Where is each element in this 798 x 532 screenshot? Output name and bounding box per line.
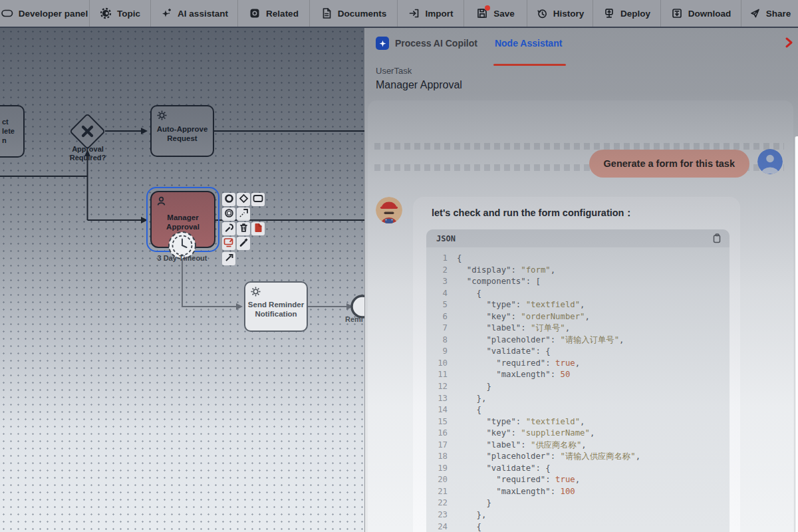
toolbar-button-label: Save [493, 9, 515, 19]
code-text: "key": "orderNumber", [457, 311, 590, 323]
topic-button[interactable]: Topic [90, 0, 151, 27]
save-icon [476, 7, 488, 19]
collapse-panel-chevron-icon[interactable] [785, 37, 793, 51]
code-text: { [457, 404, 481, 416]
code-line: 17 "label": "供应商名称", [426, 440, 730, 452]
tab-label: Process AI Copilot [395, 38, 477, 49]
task-label: Auto-Approve Request [152, 124, 213, 143]
task-label: Manager Approval [152, 213, 214, 231]
append-end-event-pad-button[interactable] [222, 193, 235, 206]
history-icon [536, 7, 548, 19]
import-button[interactable]: Import [398, 0, 464, 27]
line-number: 8 [426, 334, 448, 346]
download-button[interactable]: Download [661, 0, 741, 27]
bpmn-canvas[interactable]: ct lete n Approval Required? Auto-Appro [0, 28, 364, 532]
tab-process-ai-copilot[interactable]: Process AI Copilot [376, 37, 477, 53]
line-number: 6 [426, 311, 448, 323]
toolbar-button-label: Documents [338, 9, 387, 19]
code-text: "required": true, [457, 358, 580, 370]
save-button[interactable]: Save [464, 0, 527, 27]
toolbar-button-label: Topic [117, 9, 140, 19]
document-icon [321, 7, 332, 19]
toolbar-button-label: History [553, 9, 585, 19]
code-line: 1{ [426, 253, 730, 265]
line-number: 9 [426, 346, 448, 358]
code-text: }, [457, 393, 486, 405]
code-text: } [457, 381, 491, 393]
line-number: 22 [426, 497, 448, 509]
documents-button[interactable]: Documents [310, 0, 398, 27]
code-text: "placeholder": "请输入订单号", [457, 334, 624, 346]
connection-arrow-icon [224, 253, 234, 265]
wrench-icon [224, 223, 234, 235]
code-text: "placeholder": "请输入供应商名称", [457, 451, 640, 463]
task-auto-approve[interactable]: Auto-Approve Request [150, 105, 214, 157]
related-button[interactable]: Related [238, 0, 310, 27]
toolbar-button-label: Deploy [620, 9, 650, 19]
color-brush-pad-button[interactable] [237, 237, 250, 250]
line-number: 24 [426, 521, 448, 532]
copilot-icon [376, 37, 389, 50]
history-button[interactable]: History [527, 0, 593, 27]
code-body[interactable]: 1{2 "display": "form",3 "components": [4… [426, 247, 730, 532]
line-number: 16 [426, 428, 448, 440]
line-number: 14 [426, 404, 448, 416]
code-line: 11 "maxLength": 50 [426, 369, 730, 381]
share-button[interactable]: Share [741, 0, 798, 27]
process-designer-app: Developer panelTopicAI assistantRelatedD… [0, 0, 798, 532]
color-brush-icon [239, 237, 249, 250]
line-number: 3 [426, 276, 448, 288]
append-gateway-pad-button[interactable] [237, 193, 250, 206]
top-toolbar: Developer panelTopicAI assistantRelatedD… [0, 0, 798, 28]
line-number: 10 [426, 358, 448, 370]
code-line: 23 }, [426, 509, 730, 521]
append-gateway-icon [239, 194, 249, 206]
append-intermediate-event-pad-button[interactable] [222, 207, 235, 221]
task-send-reminder[interactable]: Send Reminder Notification [244, 281, 308, 332]
code-text: "label": "供应商名称", [457, 440, 587, 452]
line-number: 7 [426, 323, 448, 334]
code-text: "validate": { [457, 463, 551, 475]
line-number: 19 [426, 463, 448, 475]
code-text: "required": true, [457, 474, 580, 486]
wrench-pad-button[interactable] [222, 222, 235, 235]
code-text: "key": "supplierName", [457, 428, 595, 440]
trash-pad-button[interactable] [237, 222, 250, 235]
developer-panel-button[interactable]: Developer panel [0, 0, 90, 27]
append-intermediate-event-icon [224, 208, 234, 221]
append-end-event-icon [224, 194, 234, 206]
connect-tool-pad-button[interactable] [237, 207, 250, 221]
line-number: 20 [426, 474, 448, 486]
line-number: 11 [426, 369, 448, 381]
code-text: "maxLength": 100 [457, 486, 575, 498]
form-edit-pad-button[interactable] [222, 237, 235, 250]
panel-scrollbar[interactable] [795, 136, 798, 532]
deploy-icon [603, 7, 615, 19]
active-tab-underline [493, 64, 566, 66]
form-edit-icon [223, 237, 234, 250]
user-task-icon [156, 196, 168, 207]
task-clipped-left[interactable]: ct lete n [0, 105, 25, 158]
toolbar-button-label: AI assistant [178, 9, 228, 19]
append-task-pad-button[interactable] [251, 193, 265, 206]
append-task-icon [253, 194, 263, 205]
service-gear-icon [250, 286, 261, 297]
code-line: 10 "required": true, [426, 358, 730, 370]
code-line: 9 "validate": { [426, 346, 730, 358]
ai-assistant-button[interactable]: AI assistant [151, 0, 238, 27]
line-number: 15 [426, 416, 448, 428]
tab-node-assistant[interactable]: Node Assistant [495, 38, 562, 51]
code-line: 24 { [426, 521, 730, 532]
code-text: "label": "订单号", [457, 323, 570, 334]
timer-label: 3 Day Timeout [146, 254, 219, 262]
deploy-button[interactable]: Deploy [593, 0, 661, 27]
connection-arrow-pad-button[interactable] [222, 252, 235, 265]
template-doc-pad-button[interactable] [251, 222, 265, 235]
trash-icon [239, 223, 249, 235]
line-number: 13 [426, 393, 448, 405]
user-message-bubble: Generate a form for this task [589, 150, 749, 178]
code-text: { [457, 288, 481, 300]
copy-code-icon[interactable] [713, 233, 722, 243]
line-number: 21 [426, 486, 448, 498]
task-clipped-label: ct lete n [2, 117, 15, 145]
